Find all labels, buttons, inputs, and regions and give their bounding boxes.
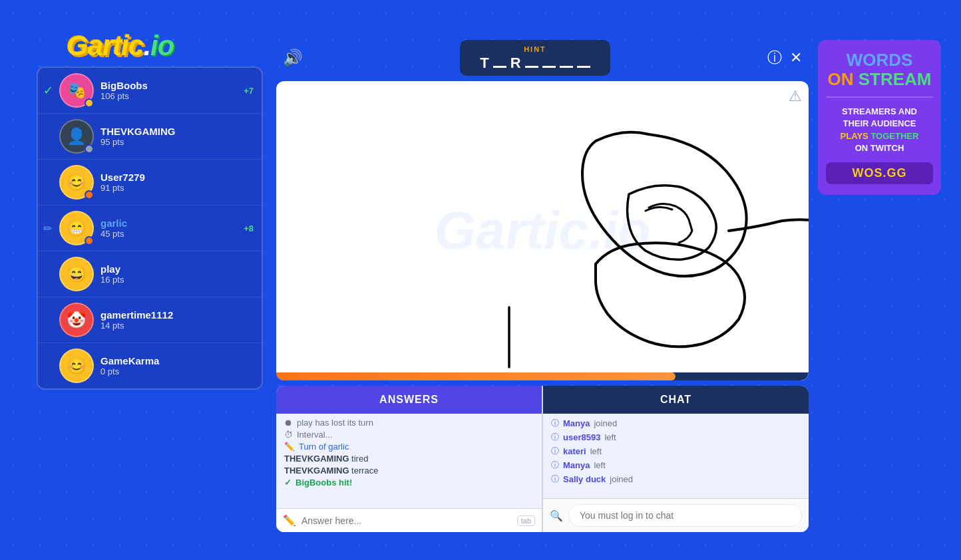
sound-button[interactable]: 🔊: [283, 49, 303, 67]
player-item[interactable]: 😊GameKarma0 pts: [38, 343, 262, 388]
ad-tagline: STREAMERS AND THEIR AUDIENCE PLAYS TOGET…: [826, 106, 933, 154]
player-name: GameKarma: [100, 355, 254, 366]
hint-blank-1: [493, 66, 506, 68]
chat-info-icon: ⓘ: [551, 474, 559, 485]
answers-list: ⏺play has lost its turn⏱Interval...✏️Tur…: [276, 414, 542, 508]
player-pts: 45 pts: [100, 229, 237, 239]
chat-username: kateri: [563, 446, 586, 456]
hint-letter-1: T: [480, 56, 488, 70]
chat-username: Manya: [563, 418, 590, 428]
player-info: gamertime111214 pts: [100, 309, 254, 331]
chat-item: ⓘkateri left: [551, 446, 801, 457]
logo: Gartic . io: [67, 30, 174, 62]
player-item[interactable]: 🤡gamertime111214 pts: [38, 297, 262, 343]
chat-list: ⓘManya joinedⓘuser8593 leftⓘkateri leftⓘ…: [543, 414, 809, 498]
answer-item: ✓BigBoobs hit!: [284, 478, 534, 488]
chat-action: joined: [594, 418, 617, 428]
player-pts: 106 pts: [100, 91, 237, 101]
answer-text: Interval...: [297, 430, 332, 440]
avatar-badge: [85, 236, 94, 245]
player-pts: 16 pts: [100, 275, 254, 285]
player-item[interactable]: 😊User727991 pts: [38, 160, 262, 206]
players-panel: ✓🎭BigBoobs106 pts+7👤THEVKGAMING95 pts😊Us…: [37, 67, 263, 390]
player-item[interactable]: ✓🎭BigBoobs106 pts+7: [38, 68, 262, 114]
chat-input[interactable]: [568, 504, 802, 527]
chat-search-icon: 🔍: [550, 509, 563, 522]
chat-action: left: [604, 432, 616, 442]
answer-item: THEVKGAMING terrace: [284, 466, 534, 476]
chat-info-icon: ⓘ: [551, 418, 559, 429]
avatar-badge: [85, 98, 94, 108]
avatar-badge: [85, 144, 94, 154]
player-name: gamertime1112: [100, 309, 254, 321]
answer-text: Turn of garlic: [299, 442, 349, 452]
info-button[interactable]: ⓘ: [767, 48, 782, 68]
chat-input-wrap: 🔍: [543, 498, 809, 532]
player-info: garlic45 pts: [100, 217, 237, 239]
chat-info-icon: ⓘ: [551, 432, 559, 443]
chat-item: ⓘSally duck joined: [551, 474, 801, 485]
chat-action: joined: [610, 474, 633, 484]
ad-plays: PLAYS: [841, 131, 868, 141]
player-name: play: [100, 263, 254, 275]
close-button[interactable]: ✕: [790, 49, 802, 67]
hint-blank-4: [560, 66, 573, 68]
hint-letters: T R: [480, 56, 590, 70]
drawing-canvas[interactable]: [276, 81, 809, 380]
player-delta: +8: [244, 223, 254, 233]
hint-box: HINT T R: [460, 40, 610, 76]
answer-item: ⏺play has lost its turn: [284, 418, 534, 428]
progress-bar-fill: [276, 372, 675, 380]
answer-icon: ✏️: [284, 442, 295, 452]
player-info: BigBoobs106 pts: [100, 80, 237, 101]
chat-username: user8593: [563, 432, 600, 442]
player-item[interactable]: 😄play16 pts: [38, 251, 262, 297]
logo-gartic: Gartic: [67, 30, 143, 62]
player-info: User727991 pts: [100, 172, 254, 193]
tab-badge: tab: [517, 515, 535, 526]
ad-logo: WORDS ON STREAM: [826, 51, 933, 88]
hint-blank-2: [525, 66, 538, 68]
bottom-panels: ANSWERS ⏺play has lost its turn⏱Interval…: [276, 386, 809, 532]
ad-divider: [826, 96, 933, 98]
answers-panel: ANSWERS ⏺play has lost its turn⏱Interval…: [276, 386, 542, 532]
ad-line1: STREAMERS AND: [826, 106, 933, 118]
answer-text: BigBoobs hit!: [295, 478, 352, 488]
chat-action: left: [594, 460, 605, 470]
chat-tab[interactable]: CHAT: [543, 386, 809, 414]
avatar-badge: [85, 190, 94, 200]
answer-text: play has lost its turn: [297, 418, 373, 428]
ad-stream: STREAM: [859, 69, 932, 89]
player-pts: 0 pts: [100, 366, 254, 376]
chat-username: Manya: [563, 460, 590, 470]
avatar: 😊: [59, 349, 94, 383]
player-name: THEVKGAMING: [100, 126, 254, 137]
player-name: User7279: [100, 172, 254, 183]
logo-io: io: [150, 30, 174, 62]
pencil-icon: ✏️: [283, 514, 296, 527]
player-info: play16 pts: [100, 263, 254, 285]
chat-item: ⓘManya left: [551, 460, 801, 471]
chat-panel: CHAT ⓘManya joinedⓘuser8593 leftⓘkateri …: [543, 386, 809, 532]
top-icons: ⓘ ✕: [767, 48, 802, 68]
ad-words: WORDS: [847, 50, 913, 70]
player-check-icon: ✓: [43, 83, 53, 98]
chat-item: ⓘuser8593 left: [551, 432, 801, 443]
hint-label: HINT: [480, 45, 590, 53]
answer-input[interactable]: [301, 515, 512, 526]
player-item[interactable]: 👤THEVKGAMING95 pts: [38, 114, 262, 160]
avatar: 😁: [59, 211, 94, 245]
answers-tab[interactable]: ANSWERS: [276, 386, 542, 414]
ad-panel: WORDS ON STREAM STREAMERS AND THEIR AUDI…: [818, 40, 941, 195]
hint-blank-3: [542, 66, 556, 68]
canvas-area: Gartic.io ⚠: [276, 81, 809, 380]
chat-info-icon: ⓘ: [551, 446, 559, 457]
player-name: garlic: [100, 217, 237, 229]
answer-item: ⏱Interval...: [284, 430, 534, 440]
avatar: 🎭: [59, 73, 94, 108]
report-button[interactable]: ⚠: [789, 88, 802, 105]
avatar: 👤: [59, 119, 94, 154]
chat-info-icon: ⓘ: [551, 460, 559, 471]
player-item[interactable]: ✏😁garlic45 pts+8: [38, 206, 262, 251]
ad-url[interactable]: WOS.GG: [826, 162, 933, 184]
